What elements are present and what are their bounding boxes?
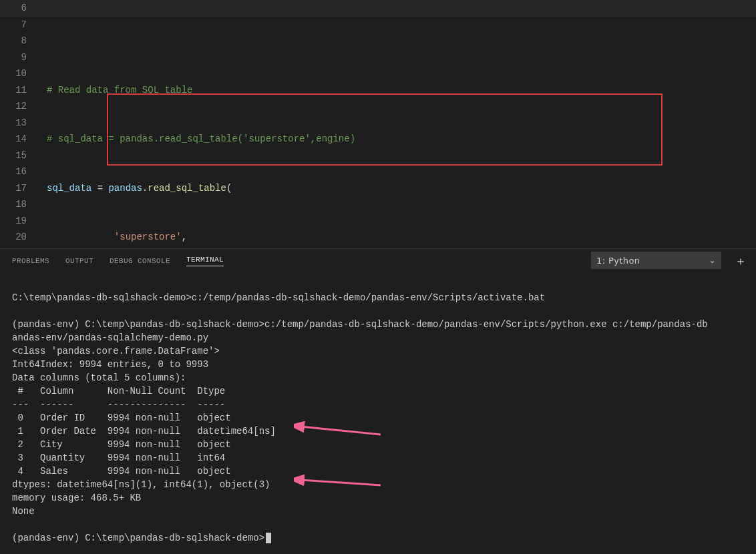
tab-problems[interactable]: PROBLEMS: [12, 257, 49, 265]
line-gutter: 6 7 8 9 10 11 12 13 14 15 16 17 18 19 20: [0, 0, 40, 246]
terminal-line: # Column Non-Null Count Dtype: [12, 386, 225, 396]
terminal-output[interactable]: C:\temp\pandas-db-sqlshack-demo>c:/temp/…: [0, 272, 756, 554]
bottom-panel: PROBLEMS OUTPUT DEBUG CONSOLE TERMINAL 1…: [0, 248, 756, 554]
code-text: # Read data from SQL table: [47, 85, 192, 95]
line-number: 14: [0, 131, 27, 148]
line-number: 7: [0, 17, 27, 33]
terminal-line: Int64Index: 9994 entries, 0 to 9993: [12, 359, 208, 370]
terminal-line: C:\temp\pandas-db-sqlshack-demo>c:/temp/…: [12, 292, 545, 303]
code-text: .: [142, 183, 148, 194]
line-number: 19: [0, 213, 27, 230]
line-number: 11: [0, 82, 27, 99]
line-number: 16: [0, 164, 27, 180]
code-text: =: [98, 183, 109, 194]
code-text: 'superstore': [114, 232, 182, 242]
tab-terminal[interactable]: TERMINAL: [186, 256, 224, 266]
terminal-cursor: [266, 533, 271, 543]
code-text: (: [226, 183, 232, 194]
code-text: ,: [182, 232, 187, 242]
terminal-line: memory usage: 468.5+ KB: [12, 493, 141, 503]
terminal-line: 3 Quantity 9994 non-null int64: [12, 453, 225, 463]
new-terminal-icon[interactable]: ＋: [735, 253, 747, 269]
line-number: 15: [0, 148, 27, 164]
terminal-line: --- ------ -------------- -----: [12, 399, 225, 410]
line-number: 12: [0, 98, 27, 115]
code-text: # sql_data = pandas.read_sql_table('supe…: [47, 133, 355, 144]
line-number: 17: [0, 180, 27, 197]
line-number: 18: [0, 196, 27, 213]
terminal-line: andas-env/pandas-sqlalchemy-demo.py: [12, 332, 208, 343]
code-text: read_sql_table: [148, 183, 226, 194]
code-text: [47, 232, 114, 242]
tab-debug-console[interactable]: DEBUG CONSOLE: [110, 257, 170, 265]
line-number: 10: [0, 65, 27, 82]
code-content[interactable]: # Read data from SQL table # sql_data = …: [47, 0, 507, 248]
line-number: 8: [0, 33, 27, 49]
code-editor[interactable]: 6 7 8 9 10 11 12 13 14 15 16 17 18 19 20…: [0, 0, 756, 248]
terminal-line: 1 Order Date 9994 non-null datetime64[ns…: [12, 426, 276, 437]
panel-tab-bar: PROBLEMS OUTPUT DEBUG CONSOLE TERMINAL 1…: [0, 249, 756, 272]
line-number: 13: [0, 115, 27, 131]
line-number: 6: [0, 0, 27, 17]
terminal-line: 4 Sales 9994 non-null object: [12, 466, 231, 477]
line-number: 9: [0, 49, 27, 66]
terminal-line: 0 Order ID 9994 non-null object: [12, 412, 231, 423]
code-text: pandas: [108, 183, 142, 194]
terminal-selector[interactable]: 1: Python ⌄: [591, 252, 721, 269]
terminal-line: Data columns (total 5 columns):: [12, 372, 186, 383]
terminal-line: (pandas-env) C:\temp\pandas-db-sqlshack-…: [12, 319, 708, 330]
chevron-down-icon: ⌄: [709, 256, 716, 265]
terminal-line: (pandas-env) C:\temp\pandas-db-sqlshack-…: [12, 533, 264, 543]
terminal-line: <class 'pandas.core.frame.DataFrame'>: [12, 346, 220, 356]
terminal-line: None: [12, 506, 35, 517]
terminal-selector-label: 1: Python: [596, 256, 640, 266]
line-number: 20: [0, 229, 27, 246]
terminal-line: 2 City 9994 non-null object: [12, 439, 231, 450]
terminal-line: dtypes: datetime64[ns](1), int64(1), obj…: [12, 479, 270, 490]
code-text: sql_data: [47, 183, 98, 194]
tab-output[interactable]: OUTPUT: [65, 257, 93, 265]
